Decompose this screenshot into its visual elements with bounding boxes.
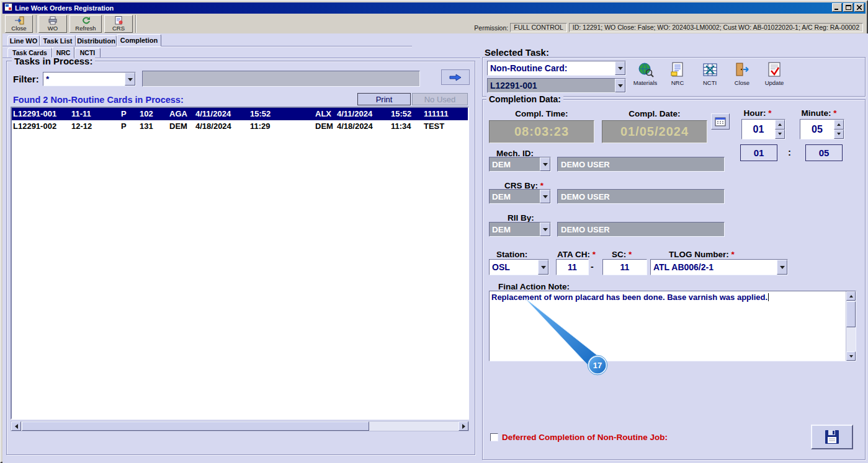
deferred-completion-checkbox[interactable] bbox=[490, 433, 498, 441]
toolbar-separator bbox=[135, 15, 136, 33]
sc-field[interactable]: 11 bbox=[602, 259, 647, 275]
deferred-completion-label: Deferred Completion of Non-Routine Job: bbox=[502, 433, 668, 442]
scroll-down-icon[interactable] bbox=[846, 351, 856, 361]
compl-date-label: Compl. Date: bbox=[602, 109, 707, 118]
chevron-down-icon[interactable] bbox=[538, 260, 548, 275]
tab-task-list[interactable]: Task List bbox=[40, 35, 76, 46]
horizontal-scrollbar[interactable] bbox=[11, 421, 469, 431]
table-row[interactable]: L12291-002 12-12 P 131 DEM 4/18/2024 11:… bbox=[12, 120, 468, 133]
scroll-right-icon[interactable] bbox=[459, 421, 468, 431]
spin-down-icon[interactable] bbox=[834, 130, 844, 139]
selected-task-group: Non-Routine Card: L12291-001 Materials N… bbox=[482, 57, 866, 97]
cell-task-no: L12291-002 bbox=[13, 120, 56, 133]
sc-label: SC: * bbox=[612, 250, 632, 259]
mech-name-field: DEMO USER bbox=[557, 157, 725, 172]
ata-ch-field[interactable]: 11 bbox=[556, 259, 589, 275]
minute-spinner[interactable]: 05 bbox=[800, 119, 844, 139]
card-type-combobox[interactable]: Non-Routine Card: bbox=[487, 61, 626, 76]
maximize-icon[interactable] bbox=[843, 3, 853, 12]
tab-line-wo[interactable]: Line WO bbox=[7, 35, 40, 46]
table-row[interactable]: L12291-001 11-11 P 102 AGA 4/11/2024 15:… bbox=[12, 108, 468, 120]
print-button[interactable]: Print bbox=[357, 93, 411, 105]
note-vertical-scrollbar[interactable] bbox=[846, 291, 856, 361]
refresh-button[interactable]: Refresh bbox=[69, 15, 102, 33]
update-button[interactable]: Update bbox=[759, 60, 789, 93]
close-window-icon[interactable] bbox=[854, 3, 864, 12]
window-title: Line Work Orders Registration bbox=[15, 4, 114, 12]
rii-by-combobox[interactable]: DEM bbox=[489, 222, 551, 237]
tlog-number-combobox[interactable]: ATL AB006/2-1 bbox=[650, 259, 788, 275]
ata-sc-dash: - bbox=[591, 262, 594, 271]
wo-button[interactable]: WO bbox=[38, 15, 67, 33]
filter-value: * bbox=[43, 73, 125, 86]
tab-nrc[interactable]: NRC bbox=[52, 46, 74, 58]
chevron-down-icon[interactable] bbox=[615, 79, 625, 92]
cell-ref: TEST bbox=[424, 120, 444, 133]
spin-up-icon[interactable] bbox=[834, 120, 844, 130]
crs-button[interactable]: CRS bbox=[104, 15, 133, 33]
required-marker: * bbox=[732, 250, 735, 259]
crs-by-combobox[interactable]: DEM bbox=[489, 189, 551, 204]
filter-combobox[interactable]: * bbox=[43, 72, 136, 86]
chevron-down-icon[interactable] bbox=[540, 223, 550, 236]
save-button[interactable] bbox=[811, 425, 853, 449]
scroll-left-icon[interactable] bbox=[11, 421, 21, 431]
crs-button-label: CRS bbox=[112, 25, 125, 32]
save-floppy-icon bbox=[825, 430, 839, 444]
calendar-button[interactable] bbox=[711, 113, 730, 130]
cell-code: 131 bbox=[140, 120, 153, 133]
filter-label: Filter: bbox=[13, 74, 39, 84]
cell-close-time: 15:52 bbox=[391, 108, 411, 120]
materials-button[interactable]: Materials bbox=[630, 60, 660, 93]
chevron-down-icon[interactable] bbox=[540, 190, 550, 203]
nrc-button[interactable]: NRC bbox=[663, 60, 692, 93]
chevron-down-icon[interactable] bbox=[540, 157, 550, 171]
cell-type: P bbox=[121, 108, 127, 120]
tab-task-cards[interactable]: Task Cards bbox=[7, 48, 52, 58]
tab-completion[interactable]: Completion bbox=[117, 34, 161, 46]
wo-button-label: WO bbox=[48, 25, 58, 32]
cell-task-no: L12291-001 bbox=[13, 108, 56, 120]
hour-spinner[interactable]: 01 bbox=[741, 119, 785, 139]
mech-id-combobox[interactable]: DEM bbox=[489, 157, 551, 172]
tab-ncti[interactable]: NCTI bbox=[74, 48, 101, 58]
main-toolbar: Close WO Refresh CRS Permission: FULL CO… bbox=[2, 14, 866, 33]
spin-down-icon[interactable] bbox=[775, 130, 785, 139]
close-workorder-button[interactable]: Close bbox=[5, 15, 33, 33]
station-combobox[interactable]: OSL bbox=[489, 259, 549, 275]
tab-distribution[interactable]: Distribution bbox=[76, 35, 117, 46]
ncti-button[interactable]: NCTI bbox=[695, 60, 725, 93]
certificate-icon bbox=[114, 16, 123, 25]
final-action-note-text: Replacement of worn placard has been don… bbox=[491, 293, 767, 302]
callout-number: 17 bbox=[593, 361, 602, 370]
apply-filter-button[interactable] bbox=[441, 69, 470, 85]
selected-task-title: Selected Task: bbox=[485, 47, 549, 58]
toolbar-separator bbox=[36, 15, 37, 33]
chevron-down-icon[interactable] bbox=[125, 73, 135, 86]
close-task-button[interactable]: Close bbox=[727, 60, 757, 93]
chevron-down-icon[interactable] bbox=[777, 260, 787, 275]
spin-up-icon[interactable] bbox=[775, 120, 785, 130]
nrc-task-list[interactable]: L12291-001 11-11 P 102 AGA 4/11/2024 15:… bbox=[11, 107, 469, 420]
tab-label: Completion bbox=[120, 37, 158, 44]
task-id-combobox[interactable]: L12291-001 bbox=[487, 78, 626, 93]
tasks-in-process-group: Tasks in Process: Filter: * Found 2 Non-… bbox=[6, 61, 475, 455]
filter-text-field[interactable] bbox=[142, 71, 420, 87]
no-used-button-label: No Used bbox=[424, 95, 456, 104]
tab-label: NCTI bbox=[80, 49, 96, 56]
cell-close-by: DEM bbox=[315, 120, 333, 133]
close-button-label: Close bbox=[11, 25, 26, 32]
minimize-icon[interactable] bbox=[832, 3, 842, 12]
update-label: Update bbox=[765, 79, 784, 86]
chevron-down-icon[interactable] bbox=[615, 61, 625, 75]
crs-name-field: DEMO USER bbox=[557, 189, 725, 204]
final-action-note-textarea[interactable]: Replacement of worn placard has been don… bbox=[489, 291, 856, 361]
close-door-icon bbox=[734, 61, 751, 78]
scroll-up-icon[interactable] bbox=[846, 291, 856, 301]
no-used-button[interactable]: No Used bbox=[412, 93, 468, 105]
scrollbar-thumb[interactable] bbox=[22, 421, 369, 431]
compl-time-value: 08:03:23 bbox=[489, 120, 594, 143]
printer-icon bbox=[48, 16, 57, 25]
scrollbar-thumb[interactable] bbox=[846, 301, 856, 327]
cell-ref: 111111 bbox=[424, 108, 449, 120]
